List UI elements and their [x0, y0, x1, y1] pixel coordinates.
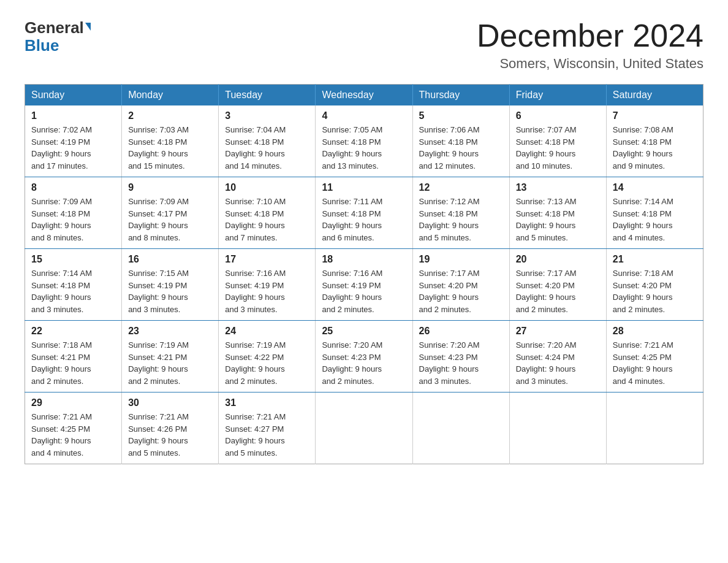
day-info: Sunrise: 7:19 AMSunset: 4:22 PMDaylight:… — [225, 339, 309, 387]
calendar-cell: 28Sunrise: 7:21 AMSunset: 4:25 PMDayligh… — [606, 321, 703, 393]
calendar-week-row: 8Sunrise: 7:09 AMSunset: 4:18 PMDaylight… — [25, 177, 703, 249]
calendar-cell: 31Sunrise: 7:21 AMSunset: 4:27 PMDayligh… — [219, 393, 316, 464]
day-number: 15 — [31, 254, 115, 265]
day-info: Sunrise: 7:17 AMSunset: 4:20 PMDaylight:… — [419, 267, 503, 315]
weekday-header-monday: Monday — [122, 85, 219, 106]
day-number: 1 — [31, 110, 115, 121]
day-info: Sunrise: 7:02 AMSunset: 4:19 PMDaylight:… — [31, 124, 115, 172]
day-info: Sunrise: 7:06 AMSunset: 4:18 PMDaylight:… — [419, 124, 503, 172]
logo-triangle-icon — [85, 23, 91, 31]
day-info: Sunrise: 7:14 AMSunset: 4:18 PMDaylight:… — [31, 267, 115, 315]
weekday-header-sunday: Sunday — [25, 85, 122, 106]
day-info: Sunrise: 7:20 AMSunset: 4:23 PMDaylight:… — [419, 339, 503, 387]
day-info: Sunrise: 7:08 AMSunset: 4:18 PMDaylight:… — [613, 124, 697, 172]
calendar-cell: 6Sunrise: 7:07 AMSunset: 4:18 PMDaylight… — [509, 105, 606, 177]
day-info: Sunrise: 7:21 AMSunset: 4:25 PMDaylight:… — [31, 411, 115, 459]
page-header: General Blue December 2024 Somers, Wisco… — [25, 18, 703, 72]
calendar-cell: 30Sunrise: 7:21 AMSunset: 4:26 PMDayligh… — [122, 393, 219, 464]
calendar-cell: 25Sunrise: 7:20 AMSunset: 4:23 PMDayligh… — [316, 321, 412, 393]
day-number: 2 — [128, 110, 212, 121]
calendar-cell: 21Sunrise: 7:18 AMSunset: 4:20 PMDayligh… — [606, 249, 703, 321]
calendar-week-row: 15Sunrise: 7:14 AMSunset: 4:18 PMDayligh… — [25, 249, 703, 321]
day-number: 21 — [613, 254, 697, 265]
calendar-cell: 7Sunrise: 7:08 AMSunset: 4:18 PMDaylight… — [606, 105, 703, 177]
day-number: 26 — [419, 326, 503, 337]
calendar-cell: 15Sunrise: 7:14 AMSunset: 4:18 PMDayligh… — [25, 249, 122, 321]
day-info: Sunrise: 7:14 AMSunset: 4:18 PMDaylight:… — [613, 196, 697, 243]
weekday-header-friday: Friday — [509, 85, 606, 106]
calendar-cell: 19Sunrise: 7:17 AMSunset: 4:20 PMDayligh… — [412, 249, 509, 321]
day-number: 7 — [613, 110, 697, 121]
calendar-cell: 23Sunrise: 7:19 AMSunset: 4:21 PMDayligh… — [122, 321, 219, 393]
day-number: 13 — [516, 182, 600, 193]
calendar-table: SundayMondayTuesdayWednesdayThursdayFrid… — [25, 84, 703, 464]
day-number: 27 — [516, 326, 600, 337]
calendar-cell: 4Sunrise: 7:05 AMSunset: 4:18 PMDaylight… — [316, 105, 412, 177]
calendar-cell: 27Sunrise: 7:20 AMSunset: 4:24 PMDayligh… — [509, 321, 606, 393]
day-number: 25 — [322, 326, 406, 337]
logo: General Blue — [25, 18, 91, 55]
location-subtitle: Somers, Wisconsin, United States — [477, 56, 703, 72]
day-number: 20 — [516, 254, 600, 265]
weekday-header-row: SundayMondayTuesdayWednesdayThursdayFrid… — [25, 85, 703, 106]
day-info: Sunrise: 7:04 AMSunset: 4:18 PMDaylight:… — [225, 124, 309, 172]
day-info: Sunrise: 7:05 AMSunset: 4:18 PMDaylight:… — [322, 124, 406, 172]
calendar-cell: 16Sunrise: 7:15 AMSunset: 4:19 PMDayligh… — [122, 249, 219, 321]
day-number: 14 — [613, 182, 697, 193]
day-number: 29 — [31, 397, 115, 408]
calendar-cell: 5Sunrise: 7:06 AMSunset: 4:18 PMDaylight… — [412, 105, 509, 177]
day-info: Sunrise: 7:21 AMSunset: 4:25 PMDaylight:… — [613, 339, 697, 387]
calendar-cell — [412, 393, 509, 464]
day-info: Sunrise: 7:16 AMSunset: 4:19 PMDaylight:… — [322, 267, 406, 315]
weekday-header-thursday: Thursday — [412, 85, 509, 106]
day-number: 9 — [128, 182, 212, 193]
day-number: 30 — [128, 397, 212, 408]
weekday-header-saturday: Saturday — [606, 85, 703, 106]
calendar-cell: 2Sunrise: 7:03 AMSunset: 4:18 PMDaylight… — [122, 105, 219, 177]
calendar-cell: 24Sunrise: 7:19 AMSunset: 4:22 PMDayligh… — [219, 321, 316, 393]
day-number: 22 — [31, 326, 115, 337]
day-info: Sunrise: 7:20 AMSunset: 4:24 PMDaylight:… — [516, 339, 600, 387]
calendar-cell: 8Sunrise: 7:09 AMSunset: 4:18 PMDaylight… — [25, 177, 122, 249]
day-number: 11 — [322, 182, 406, 193]
day-info: Sunrise: 7:13 AMSunset: 4:18 PMDaylight:… — [516, 196, 600, 243]
day-info: Sunrise: 7:21 AMSunset: 4:26 PMDaylight:… — [128, 411, 212, 459]
calendar-cell: 26Sunrise: 7:20 AMSunset: 4:23 PMDayligh… — [412, 321, 509, 393]
calendar-cell — [316, 393, 412, 464]
day-info: Sunrise: 7:09 AMSunset: 4:17 PMDaylight:… — [128, 196, 212, 243]
calendar-week-row: 29Sunrise: 7:21 AMSunset: 4:25 PMDayligh… — [25, 393, 703, 464]
day-number: 31 — [225, 397, 309, 408]
calendar-cell: 14Sunrise: 7:14 AMSunset: 4:18 PMDayligh… — [606, 177, 703, 249]
calendar-cell: 1Sunrise: 7:02 AMSunset: 4:19 PMDaylight… — [25, 105, 122, 177]
calendar-cell — [509, 393, 606, 464]
calendar-cell: 9Sunrise: 7:09 AMSunset: 4:17 PMDaylight… — [122, 177, 219, 249]
day-number: 28 — [613, 326, 697, 337]
calendar-cell: 12Sunrise: 7:12 AMSunset: 4:18 PMDayligh… — [412, 177, 509, 249]
day-info: Sunrise: 7:19 AMSunset: 4:21 PMDaylight:… — [128, 339, 212, 387]
calendar-cell — [606, 393, 703, 464]
day-info: Sunrise: 7:17 AMSunset: 4:20 PMDaylight:… — [516, 267, 600, 315]
calendar-cell: 22Sunrise: 7:18 AMSunset: 4:21 PMDayligh… — [25, 321, 122, 393]
calendar-cell: 29Sunrise: 7:21 AMSunset: 4:25 PMDayligh… — [25, 393, 122, 464]
weekday-header-wednesday: Wednesday — [316, 85, 412, 106]
day-number: 3 — [225, 110, 309, 121]
day-info: Sunrise: 7:03 AMSunset: 4:18 PMDaylight:… — [128, 124, 212, 172]
calendar-week-row: 1Sunrise: 7:02 AMSunset: 4:19 PMDaylight… — [25, 105, 703, 177]
day-number: 17 — [225, 254, 309, 265]
day-number: 16 — [128, 254, 212, 265]
calendar-cell: 20Sunrise: 7:17 AMSunset: 4:20 PMDayligh… — [509, 249, 606, 321]
day-number: 19 — [419, 254, 503, 265]
day-info: Sunrise: 7:10 AMSunset: 4:18 PMDaylight:… — [225, 196, 309, 243]
day-number: 4 — [322, 110, 406, 121]
calendar-cell: 17Sunrise: 7:16 AMSunset: 4:19 PMDayligh… — [219, 249, 316, 321]
day-info: Sunrise: 7:09 AMSunset: 4:18 PMDaylight:… — [31, 196, 115, 243]
calendar-cell: 3Sunrise: 7:04 AMSunset: 4:18 PMDaylight… — [219, 105, 316, 177]
day-number: 6 — [516, 110, 600, 121]
month-year-title: December 2024 — [477, 18, 703, 53]
day-number: 12 — [419, 182, 503, 193]
day-info: Sunrise: 7:16 AMSunset: 4:19 PMDaylight:… — [225, 267, 309, 315]
logo-general-text: General — [25, 18, 84, 37]
day-info: Sunrise: 7:07 AMSunset: 4:18 PMDaylight:… — [516, 124, 600, 172]
day-info: Sunrise: 7:11 AMSunset: 4:18 PMDaylight:… — [322, 196, 406, 243]
logo-blue-text: Blue — [25, 36, 59, 55]
